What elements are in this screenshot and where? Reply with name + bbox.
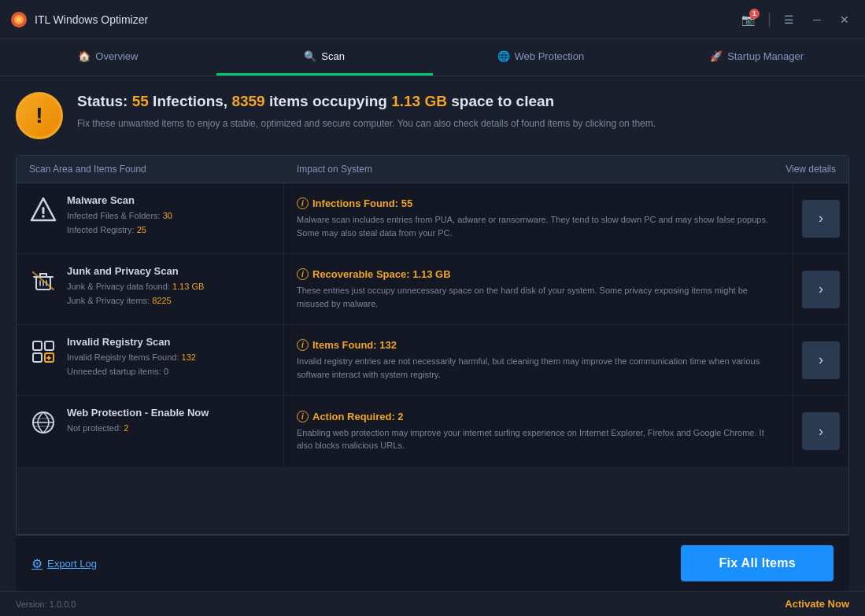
infection-count: 55 [132,93,149,109]
junk-impact: i Recoverable Space: 1.13 GB These entri… [284,254,793,324]
minimize-button[interactable]: ─ [807,10,827,29]
malware-impact: i Infections Found: 55 Malware scan incl… [284,183,793,253]
registry-icon [29,338,57,366]
status-banner: ! Status: 55 Infections, 8359 items occu… [16,92,849,139]
status-text-block: Status: 55 Infections, 8359 items occupy… [77,92,849,131]
warning-icon: ! [35,103,43,128]
export-icon: ⚙ [31,556,43,571]
startup-items-val: 0 [164,367,168,376]
status-prefix: Status: [77,93,128,109]
separator: | [767,10,771,28]
web-protection-impact-desc: Enabling web protection may improve your… [297,426,780,452]
junk-scan-title: Junk and Privacy Scan [67,265,204,277]
export-log-link[interactable]: ⚙ Export Log [31,556,97,571]
registry-scan-area: Invalid Registry Scan Invalid Registry I… [17,325,284,395]
junk-items-val: 8225 [152,296,171,305]
svg-rect-4 [43,207,45,214]
table-row: Web Protection - Enable Now Not protecte… [17,396,848,467]
junk-data-val: 1.13 GB [172,282,204,291]
info-icon: i [297,197,309,209]
registry-view-button[interactable]: › [802,341,840,379]
junk-impact-title: i Recoverable Space: 1.13 GB [297,268,780,280]
app-title: ITL Windows Optimizer [35,13,148,26]
footer: ⚙ Export Log Fix All Items [16,535,849,591]
registry-items-val: 132 [182,352,196,362]
infected-files-val: 30 [163,211,172,220]
registry-impact-label: Items Found: 132 [312,339,397,351]
svg-point-5 [42,215,45,218]
logo-icon [9,10,28,29]
tab-scan-label: Scan [321,50,345,62]
version-bar: Version: 1.0.0.0 Activate Now [0,591,865,616]
junk-scan-detail: Junk & Privacy data found: 1.13 GB Junk … [67,280,204,308]
tab-scan[interactable]: 🔍 Scan [216,39,433,76]
malware-view-button[interactable]: › [802,200,840,238]
junk-impact-desc: These entries just occupy unnecessary sp… [297,284,780,310]
malware-impact-label: Infections Found: 55 [312,197,412,209]
web-protection-scan-area: Web Protection - Enable Now Not protecte… [17,396,284,467]
close-button[interactable]: ✕ [834,10,856,29]
info-icon: i [297,268,309,280]
table-row: Malware Scan Infected Files & Folders: 3… [17,183,848,254]
malware-impact-title: i Infections Found: 55 [297,197,780,209]
registry-scan-detail: Invalid Registry Items Found: 132 Unneed… [67,351,196,378]
junk-scan-area: Junk and Privacy Scan Junk & Privacy dat… [17,254,284,324]
malware-icon [29,196,57,224]
overview-icon: 🏠 [78,50,91,62]
tab-startup-manager[interactable]: 🚀 Startup Manager [649,39,865,76]
status-mid2: items occupying [269,93,387,109]
table-row: Junk and Privacy Scan Junk & Privacy dat… [17,254,848,325]
tab-overview-label: Overview [95,50,138,62]
web-protection-icon [29,408,57,437]
items-count: 8359 [231,93,264,109]
web-protection-icon: 🌐 [497,50,510,62]
activate-now-link[interactable]: Activate Now [785,598,849,610]
web-protection-impact: i Action Required: 2 Enabling web protec… [284,396,793,467]
status-headline: Status: 55 Infections, 8359 items occupy… [77,92,849,112]
malware-view-col: › [793,183,848,253]
enable-now-link[interactable]: Enable Now [151,407,209,419]
not-protected-val: 2 [124,423,128,433]
version-text: Version: 1.0.0.0 [16,599,76,609]
title-bar-actions: 📷 1 | ☰ ─ ✕ [735,10,856,29]
tab-startup-label: Startup Manager [727,50,804,62]
scan-icon: 🔍 [304,50,316,62]
app-logo: ITL Windows Optimizer [9,10,735,29]
scan-table-header: Scan Area and Items Found Impact on Syst… [17,156,848,183]
nav-tabs: 🏠 Overview 🔍 Scan 🌐 Web Protection 🚀 Sta… [0,39,865,76]
col-scan-area: Scan Area and Items Found [29,164,297,175]
fix-all-button[interactable]: Fix All Items [681,545,834,581]
notification-button[interactable]: 📷 1 [735,10,761,29]
tab-overview[interactable]: 🏠 Overview [0,39,216,76]
registry-impact-title: i Items Found: 132 [297,339,780,351]
junk-scan-text: Junk and Privacy Scan Junk & Privacy dat… [67,265,204,308]
infected-registry-val: 25 [137,225,146,234]
junk-view-button[interactable]: › [802,271,840,308]
web-protection-impact-title: i Action Required: 2 [297,411,780,422]
status-subtext: Fix these unwanted items to enjoy a stab… [77,116,849,131]
web-protection-view-button[interactable]: › [802,412,840,450]
info-icon: i [297,411,309,422]
col-view: View details [757,164,836,175]
web-protection-impact-label: Action Required: 2 [312,411,404,422]
notification-badge: 1 [749,9,760,19]
status-icon: ! [16,92,63,139]
malware-scan-area: Malware Scan Infected Files & Folders: 3… [17,183,284,253]
web-protection-view-col: › [793,396,848,467]
web-protection-detail: Not protected: 2 [67,422,209,436]
status-mid: Infections, [153,93,227,109]
registry-scan-title: Invalid Registry Scan [67,336,196,348]
main-content: ! Status: 55 Infections, 8359 items occu… [0,76,865,591]
menu-button[interactable]: ☰ [778,10,800,29]
web-protection-text: Web Protection - Enable Now Not protecte… [67,407,209,436]
registry-scan-text: Invalid Registry Scan Invalid Registry I… [67,336,196,378]
registry-impact-desc: Invalid registry entries are not necessa… [297,355,780,381]
junk-icon [29,267,57,295]
malware-scan-text: Malware Scan Infected Files & Folders: 3… [67,194,172,237]
export-log-label: Export Log [47,558,97,570]
tab-web-protection-label: Web Protection [515,50,585,62]
startup-icon: 🚀 [710,50,723,62]
tab-web-protection[interactable]: 🌐 Web Protection [433,39,649,76]
malware-impact-desc: Malware scan includes entries from PUA, … [297,213,780,239]
status-suffix: space to clean [451,93,554,109]
